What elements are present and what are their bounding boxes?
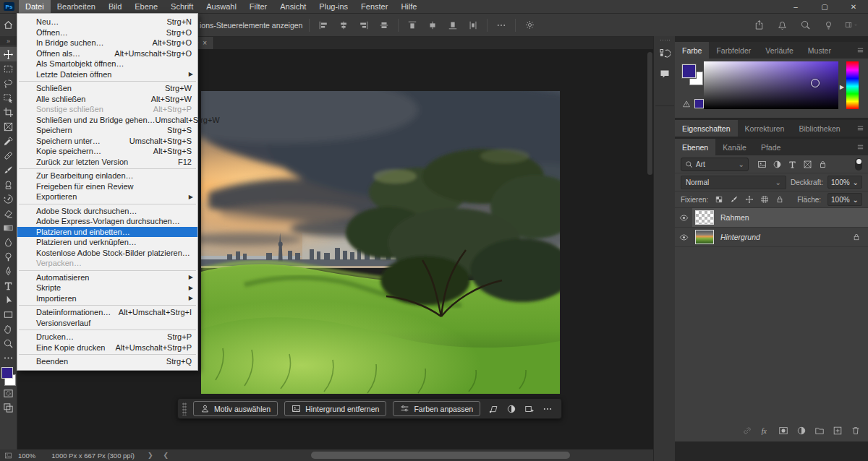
- align-left-button[interactable]: [316, 18, 331, 33]
- layer-row-content[interactable]: Hintergrund: [692, 228, 868, 246]
- workspace-switcher-button[interactable]: [845, 18, 858, 33]
- menu-item-kopie-speichern[interactable]: Kopie speichern…Alt+Strg+S: [17, 146, 197, 157]
- color-tab-farbe[interactable]: Farbe: [675, 42, 709, 59]
- menubar-item-bild[interactable]: Bild: [102, 0, 128, 13]
- menu-item-letzte-dateien-öffnen[interactable]: Letzte Dateien öffnen▶: [17, 69, 197, 80]
- layer-visibility-toggle[interactable]: [675, 228, 692, 246]
- toolbar-color-swatches[interactable]: [1, 367, 16, 386]
- dodge-tool-button[interactable]: [0, 249, 17, 264]
- menubar-item-fenster[interactable]: Fenster: [354, 0, 394, 13]
- filter-toggle-switch[interactable]: [855, 158, 862, 171]
- color-panel-menu-button[interactable]: [852, 42, 868, 59]
- align-center-h-button[interactable]: [336, 18, 351, 33]
- path-selection-tool-button[interactable]: [0, 293, 17, 307]
- menu-item-freigeben-für-einen-review[interactable]: Freigeben für einen Review: [17, 181, 197, 192]
- menu-item-schließen[interactable]: SchließenStrg+W: [17, 83, 197, 94]
- bell-button[interactable]: [775, 18, 788, 33]
- menu-item-dateiinformationen[interactable]: Dateiinformationen…Alt+Umschalt+Strg+I: [17, 307, 197, 318]
- history-brush-tool-button[interactable]: [0, 191, 17, 206]
- type-filter-button[interactable]: [788, 160, 797, 169]
- menu-item-importieren[interactable]: Importieren▶: [17, 293, 197, 304]
- menubar-item-bearbeiten[interactable]: Bearbeiten: [51, 0, 102, 13]
- menu-item-als-smartobjekt-öffnen[interactable]: Als Smartobjekt öffnen…: [17, 59, 197, 69]
- menu-item-automatisieren[interactable]: Automatisieren▶: [17, 272, 197, 283]
- folder-footer-button[interactable]: [814, 426, 825, 436]
- menu-item-beenden[interactable]: BeendenStrg+Q: [17, 356, 197, 367]
- eyedropper-tool-button[interactable]: [0, 134, 17, 148]
- home-button[interactable]: [0, 14, 17, 36]
- menu-item-öffnen[interactable]: Öffnen…Strg+O: [17, 27, 197, 38]
- lasso-tool-button[interactable]: [0, 76, 17, 90]
- hue-slider[interactable]: [846, 61, 859, 109]
- vertical-scrollbar[interactable]: [647, 52, 652, 175]
- menu-item-drucken[interactable]: Drucken…Strg+P: [17, 332, 197, 342]
- comment-panel-button[interactable]: [656, 65, 673, 82]
- foreground-color-swatch[interactable]: [682, 64, 696, 78]
- layer-row-rahmen[interactable]: Rahmen: [675, 208, 868, 228]
- layer-row-hintergrund[interactable]: Hintergrund: [675, 228, 868, 247]
- blur-tool-button[interactable]: [0, 235, 17, 249]
- move-tool-button[interactable]: [0, 47, 17, 61]
- distribute-vertical-button[interactable]: [466, 18, 480, 33]
- clone-stamp-tool-button[interactable]: [0, 177, 17, 191]
- pen-tool-button[interactable]: [0, 264, 17, 278]
- layer-row-content[interactable]: Rahmen: [692, 208, 868, 227]
- adjust-circle-filter-button[interactable]: [773, 160, 782, 169]
- lock-move-button[interactable]: [745, 195, 754, 204]
- plus-square-footer-button[interactable]: [833, 426, 843, 436]
- properties-tab-korrekturen[interactable]: Korrekturen: [738, 120, 792, 137]
- layer-thumbnail[interactable]: [695, 230, 714, 244]
- history-panel-button[interactable]: [656, 45, 673, 62]
- tool-settings-gear-button[interactable]: [522, 18, 537, 33]
- layers-tab-pfade[interactable]: Pfade: [754, 139, 788, 155]
- maximize-button[interactable]: ▢: [810, 0, 839, 13]
- distribute-top-button[interactable]: [405, 18, 420, 33]
- panel-drag-handle[interactable]: [660, 39, 670, 41]
- hintergrund-entfernen-button[interactable]: Hintergrund entfernen: [284, 401, 386, 416]
- gradient-tool-button[interactable]: [0, 220, 17, 235]
- layers-tab-ebenen[interactable]: Ebenen: [675, 139, 715, 155]
- bulb-button[interactable]: [822, 18, 835, 33]
- align-center-v-button[interactable]: [377, 18, 391, 33]
- transform-button[interactable]: [487, 402, 500, 415]
- align-right-button[interactable]: [357, 18, 371, 33]
- blend-mode-select[interactable]: Normal ⌄: [681, 176, 786, 189]
- menu-item-exportieren[interactable]: Exportieren▶: [17, 191, 197, 202]
- distribute-center-h-button[interactable]: [425, 18, 440, 33]
- menu-item-kostenlose-adobe-stock-bilder-platzieren[interactable]: Kostenlose Adobe Stock-Bilder platzieren…: [17, 248, 197, 259]
- mask-footer-button[interactable]: [778, 426, 788, 436]
- saturation-brightness-field[interactable]: [704, 61, 838, 109]
- brush-tool-button[interactable]: [0, 163, 17, 177]
- menu-item-zurück-zur-letzten-version[interactable]: Zurück zur letzten VersionF12: [17, 157, 197, 168]
- menubar-item-ansicht[interactable]: Ansicht: [273, 0, 312, 13]
- menu-item-zur-bearbeitung-einladen[interactable]: Zur Bearbeitung einladen…: [17, 171, 197, 181]
- crop-tool-button[interactable]: [0, 105, 17, 119]
- farben-anpassen-button[interactable]: Farben anpassen: [393, 401, 480, 416]
- layers-panel-menu-button[interactable]: [852, 139, 868, 155]
- search-button[interactable]: [799, 18, 812, 33]
- menubar-item-schrift[interactable]: Schrift: [164, 0, 200, 13]
- menu-item-neu[interactable]: Neu…Strg+N: [17, 17, 197, 27]
- menubar-item-filter[interactable]: Filter: [243, 0, 273, 13]
- minimize-button[interactable]: –: [781, 0, 810, 13]
- properties-panel-menu-button[interactable]: [852, 120, 868, 137]
- menu-item-eine-kopie-drucken[interactable]: Eine Kopie druckenAlt+Umschalt+Strg+P: [17, 342, 197, 353]
- horizontal-scrollbar-thumb[interactable]: [311, 452, 570, 459]
- menu-item-versionsverlauf[interactable]: Versionsverlauf: [17, 318, 197, 329]
- taskbar-drag-handle[interactable]: [182, 402, 187, 415]
- hand-tool-button[interactable]: [0, 322, 17, 336]
- gamut-warning[interactable]: [682, 99, 704, 108]
- more-options-button[interactable]: [494, 18, 509, 33]
- menu-item-speichern[interactable]: SpeichernStrg+S: [17, 125, 197, 136]
- menubar-item-ebene[interactable]: Ebene: [128, 0, 164, 13]
- healing-tool-button[interactable]: [0, 148, 17, 163]
- layer-filter-type-select[interactable]: Art ⌄: [681, 158, 749, 171]
- properties-tab-bibliotheken[interactable]: Bibliotheken: [791, 120, 847, 137]
- menubar-item-hilfe[interactable]: Hilfe: [394, 0, 423, 13]
- lock-brush-button[interactable]: [730, 195, 739, 204]
- marquee-tool-button[interactable]: [0, 61, 17, 76]
- zoom-tool-button[interactable]: [0, 336, 17, 350]
- frame-filter-button[interactable]: [803, 160, 812, 169]
- shape-tool-button[interactable]: [0, 307, 17, 322]
- adjust-circle-footer-button[interactable]: [796, 426, 807, 436]
